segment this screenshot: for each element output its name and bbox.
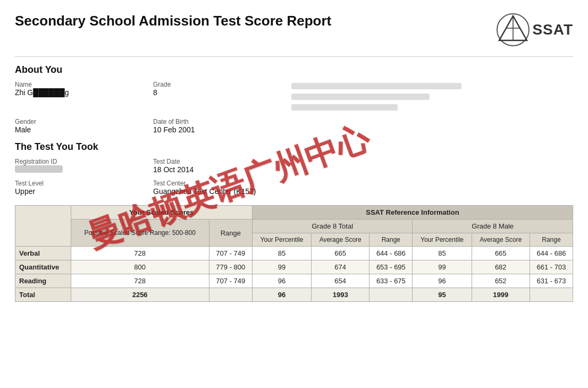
avg-score-col1: Average Score — [312, 233, 369, 247]
reg-id-cell: Registration ID — [15, 158, 153, 174]
your-scaled-header: Your Scaled Scores — [71, 206, 252, 220]
range-header: Range — [209, 220, 252, 247]
gender-value: Male — [15, 125, 31, 134]
name-label: Name — [15, 81, 153, 88]
reg-id-value — [15, 165, 63, 173]
address-block — [291, 81, 573, 113]
empty-header — [15, 206, 71, 247]
dob-cell: Date of Birth 10 Feb 2001 — [153, 118, 291, 134]
ssat-logo-text: SSAT — [532, 21, 573, 38]
grade-value: 8 — [153, 88, 157, 97]
score-table-wrapper: Your Scaled Scores SSAT Reference Inform… — [15, 205, 573, 302]
ref-info-header: SSAT Reference Information — [252, 206, 573, 220]
page-header: Secondary School Admission Test Score Re… — [15, 13, 573, 47]
dob-value: 10 Feb 2001 — [153, 125, 195, 134]
ssat-logo-icon — [496, 13, 530, 47]
test-level-value: Upper — [15, 187, 35, 196]
grade-cell: Grade 8 — [153, 81, 291, 113]
table-row: Quantitative800779 - 80099674653 - 69599… — [15, 260, 573, 274]
gender-label: Gender — [15, 118, 153, 125]
score-table: Your Scaled Scores SSAT Reference Inform… — [15, 205, 573, 302]
reg-id-label: Registration ID — [15, 158, 153, 165]
avg-score-col2: Average Score — [472, 233, 530, 247]
dob-label: Date of Birth — [153, 118, 291, 125]
name-value: Zhi G██████g — [15, 88, 69, 97]
grade8-male-header: Grade 8 Male — [413, 220, 573, 233]
your-pct-col2: Your Percentile — [413, 233, 472, 247]
test-info-grid: Registration ID Test Date 18 Oct 2014 Te… — [15, 158, 573, 196]
test-center-cell: Test Center Guangzhou Test Center (K152) — [153, 180, 291, 196]
test-date-label: Test Date — [153, 158, 291, 165]
about-you-section: About You Name Zhi G██████g Grade 8 Gend… — [15, 64, 573, 134]
test-date-value: 18 Oct 2014 — [153, 165, 194, 174]
test-center-label: Test Center — [153, 180, 291, 187]
test-level-label: Test Level — [15, 180, 153, 187]
test-section-title: The Test You Took — [15, 141, 573, 153]
test-level-cell: Test Level Upper — [15, 180, 153, 196]
grade8-total-header: Grade 8 Total — [252, 220, 413, 233]
table-row: Verbal728707 - 74985665644 - 68685665644… — [15, 247, 573, 260]
about-you-grid: Name Zhi G██████g Grade 8 Gender Male Da… — [15, 81, 573, 134]
test-section: The Test You Took Registration ID Test D… — [15, 141, 573, 196]
table-row: Reading728707 - 74996654633 - 6759665263… — [15, 274, 573, 288]
address-line-2 — [291, 94, 430, 100]
address-line-1 — [291, 83, 461, 89]
about-you-title: About You — [15, 64, 573, 75]
your-pct-col1: Your Percentile — [252, 233, 311, 247]
page-title: Secondary School Admission Test Score Re… — [15, 13, 331, 29]
gender-cell: Gender Male — [15, 118, 153, 134]
header-divider — [15, 56, 573, 57]
address-line-3 — [291, 104, 398, 111]
range-col1: Range — [369, 233, 413, 247]
test-center-value: Guangzhou Test Center (K152) — [153, 187, 256, 196]
table-row: Total2256961993951999 — [15, 288, 573, 302]
ssat-logo: SSAT — [496, 13, 573, 47]
possible-range-header: Possible Scaled Score Range: 500-800 — [71, 220, 209, 247]
grade-label: Grade — [153, 81, 291, 88]
test-date-cell: Test Date 18 Oct 2014 — [153, 158, 291, 174]
range-col2: Range — [530, 233, 573, 247]
name-cell: Name Zhi G██████g — [15, 81, 153, 113]
